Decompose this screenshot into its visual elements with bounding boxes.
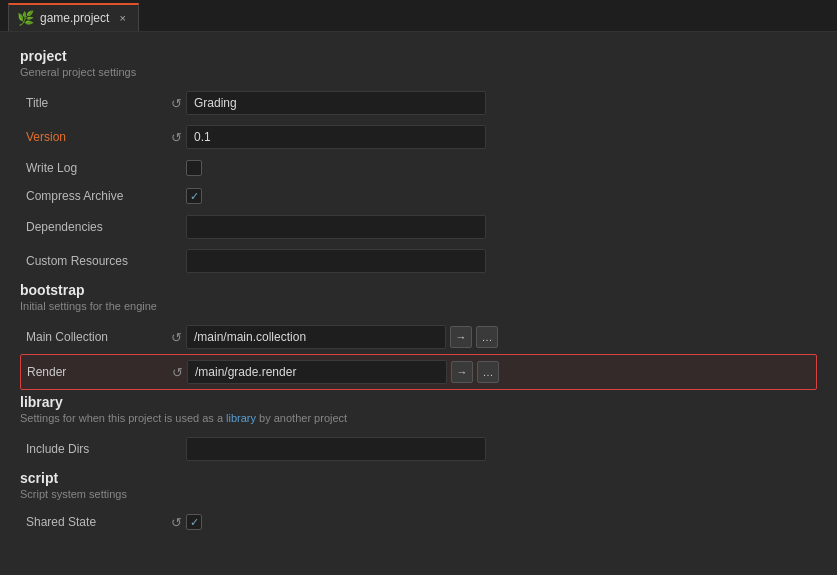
- reset-render-button[interactable]: ↺: [167, 365, 187, 380]
- main-content: project General project settings Title ↺…: [0, 32, 837, 575]
- section-script-title: script: [20, 470, 817, 486]
- label-version: Version: [26, 130, 166, 144]
- main-collection-path-wrap: → …: [186, 325, 811, 349]
- label-title: Title: [26, 96, 166, 110]
- reset-title-button[interactable]: ↺: [166, 96, 186, 111]
- section-script: script Script system settings Shared Sta…: [20, 470, 817, 536]
- section-project-subtitle: General project settings: [20, 66, 817, 78]
- label-include-dirs: Include Dirs: [26, 442, 166, 456]
- tab-game-project[interactable]: 🌿 game.project ×: [8, 3, 139, 31]
- input-main-collection[interactable]: [186, 325, 446, 349]
- render-arrow-button[interactable]: →: [451, 361, 473, 383]
- main-collection-arrow-button[interactable]: →: [450, 326, 472, 348]
- library-link[interactable]: library: [226, 412, 256, 424]
- section-bootstrap: bootstrap Initial settings for the engin…: [20, 282, 817, 390]
- section-bootstrap-subtitle: Initial settings for the engine: [20, 300, 817, 312]
- row-dependencies: Dependencies: [20, 210, 817, 244]
- section-library-title: library: [20, 394, 817, 410]
- label-main-collection: Main Collection: [26, 330, 166, 344]
- render-path-wrap: → …: [187, 360, 810, 384]
- section-library-subtitle: Settings for when this project is used a…: [20, 412, 817, 424]
- input-include-dirs[interactable]: [186, 437, 486, 461]
- checkbox-compress-archive[interactable]: ✓: [186, 188, 202, 204]
- tab-close-button[interactable]: ×: [119, 12, 125, 24]
- section-script-subtitle: Script system settings: [20, 488, 817, 500]
- label-render: Render: [27, 365, 167, 379]
- checkbox-shared-state[interactable]: ✓: [186, 514, 202, 530]
- shared-state-check-icon: ✓: [190, 516, 199, 529]
- input-dependencies[interactable]: [186, 215, 486, 239]
- row-version: Version ↺: [20, 120, 817, 154]
- input-render[interactable]: [187, 360, 447, 384]
- row-render: Render ↺ → …: [20, 354, 817, 390]
- label-write-log: Write Log: [26, 161, 166, 175]
- check-icon: ✓: [190, 190, 199, 203]
- section-library: library Settings for when this project i…: [20, 394, 817, 466]
- reset-main-collection-button[interactable]: ↺: [166, 330, 186, 345]
- label-shared-state: Shared State: [26, 515, 166, 529]
- row-write-log: Write Log: [20, 154, 817, 182]
- row-main-collection: Main Collection ↺ → …: [20, 320, 817, 354]
- main-collection-dots-button[interactable]: …: [476, 326, 498, 348]
- render-dots-button[interactable]: …: [477, 361, 499, 383]
- label-compress-archive: Compress Archive: [26, 189, 166, 203]
- checkbox-write-log[interactable]: [186, 160, 202, 176]
- row-custom-resources: Custom Resources: [20, 244, 817, 278]
- reset-shared-state-button[interactable]: ↺: [166, 515, 186, 530]
- label-custom-resources: Custom Resources: [26, 254, 166, 268]
- section-project-title: project: [20, 48, 817, 64]
- row-shared-state: Shared State ↺ ✓: [20, 508, 817, 536]
- input-title[interactable]: [186, 91, 486, 115]
- row-include-dirs: Include Dirs: [20, 432, 817, 466]
- row-compress-archive: Compress Archive ✓: [20, 182, 817, 210]
- input-custom-resources[interactable]: [186, 249, 486, 273]
- label-dependencies: Dependencies: [26, 220, 166, 234]
- row-title: Title ↺: [20, 86, 817, 120]
- tab-label: game.project: [40, 11, 109, 25]
- input-version[interactable]: [186, 125, 486, 149]
- section-project: project General project settings Title ↺…: [20, 48, 817, 278]
- section-bootstrap-title: bootstrap: [20, 282, 817, 298]
- tab-bar: 🌿 game.project ×: [0, 0, 837, 32]
- reset-version-button[interactable]: ↺: [166, 130, 186, 145]
- tab-project-icon: 🌿: [17, 10, 34, 26]
